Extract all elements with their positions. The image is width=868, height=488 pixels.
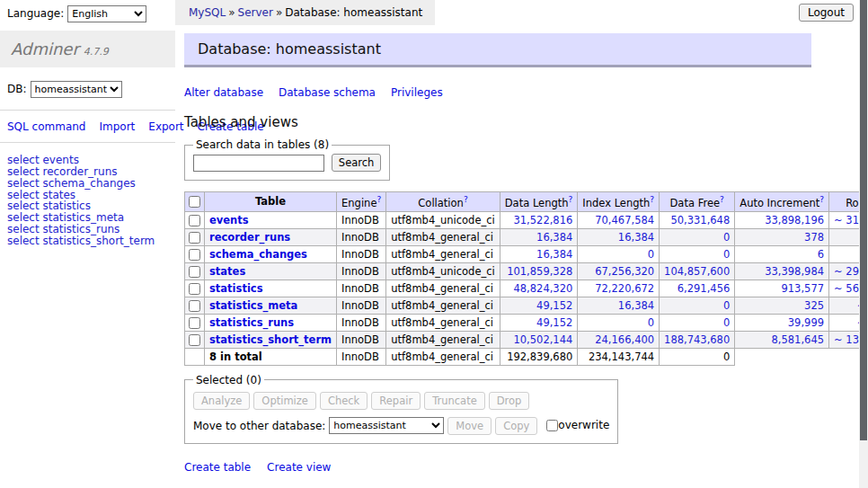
data_free-value-link[interactable]: 0 [723, 231, 730, 244]
analyze-button[interactable]: Analyze [193, 392, 250, 410]
index_length-value-link[interactable]: 67,256,320 [595, 265, 654, 278]
create-table-link[interactable]: Create table [184, 461, 251, 474]
data_free-value-link[interactable]: 0 [723, 299, 730, 312]
table-row: statistics_metaInnoDButf8mb4_general_ci4… [185, 297, 868, 314]
scrollbar-track[interactable] [859, 0, 868, 488]
language-select[interactable]: English [67, 5, 146, 22]
table-link-statistics-runs[interactable]: statistics_runs [209, 316, 294, 329]
move-button[interactable]: Move [447, 417, 492, 435]
row-checkbox-statistics-short-term[interactable] [189, 334, 200, 346]
breadcrumb-link-mysql[interactable]: MySQL [189, 6, 226, 19]
index_length-value-link[interactable]: 0 [648, 248, 654, 261]
db-select[interactable]: homeassistant [31, 81, 122, 98]
data_free-value-link[interactable]: 0 [723, 248, 730, 261]
auto_increment-value-link[interactable]: 6 [818, 248, 824, 261]
sidebar-link-sql-command[interactable]: SQL command [7, 120, 85, 133]
sidebar-action-links: SQL commandImportExportCreate table [0, 111, 175, 143]
col-data_free: 0 [660, 314, 735, 331]
row-checkbox-statistics-runs[interactable] [189, 317, 200, 329]
help-icon[interactable]: ? [650, 195, 654, 204]
search-input[interactable] [193, 155, 324, 172]
sidebar-item-statistics-runs[interactable]: select statistics_runs [7, 224, 168, 235]
privileges-link[interactable]: Privileges [391, 86, 443, 99]
auto_increment-value-link[interactable]: 378 [804, 231, 824, 244]
data_length-value-link[interactable]: 48,824,320 [513, 282, 572, 295]
table-link-statistics-meta[interactable]: statistics_meta [209, 299, 297, 312]
data_length-value-link[interactable]: 49,152 [536, 299, 572, 312]
auto_increment-value-link[interactable]: 33,898,196 [765, 214, 824, 226]
col-data_length: 16,384 [500, 245, 578, 262]
table-link-schema-changes[interactable]: schema_changes [209, 248, 307, 261]
row-checkbox-states[interactable] [189, 266, 200, 278]
database-schema-link[interactable]: Database schema [279, 86, 376, 99]
truncate-button[interactable]: Truncate [424, 392, 485, 410]
help-icon[interactable]: ? [376, 195, 381, 204]
row-checkbox-events[interactable] [189, 215, 200, 226]
sidebar-item-statistics-short-term[interactable]: select statistics_short_term [7, 235, 168, 247]
overwrite-checkbox[interactable] [546, 420, 558, 431]
copy-button[interactable]: Copy [495, 417, 537, 435]
data_length-value-link[interactable]: 16,384 [536, 231, 572, 244]
sidebar-item-schema-changes[interactable]: select schema_changes [7, 178, 168, 190]
data_length-value-link[interactable]: 49,152 [536, 316, 572, 329]
create-view-link[interactable]: Create view [267, 461, 331, 474]
index_length-value-link[interactable]: 72,220,672 [595, 282, 654, 295]
breadcrumb-link-server[interactable]: Server [238, 6, 273, 19]
sidebar-item-recorder-runs[interactable]: select recorder_runs [7, 166, 168, 178]
row-checkbox-statistics-meta[interactable] [189, 300, 200, 312]
data_length-value-link[interactable]: 16,384 [536, 248, 572, 261]
data_free-value-link[interactable]: 50,331,648 [670, 214, 730, 226]
help-icon[interactable]: ? [569, 195, 573, 204]
data_length-value-link[interactable]: 31,522,816 [513, 214, 572, 226]
col-collation: utf8mb4_general_ci [386, 297, 500, 314]
row-checkbox-statistics[interactable] [189, 283, 200, 295]
row-checkbox-cell [185, 279, 205, 297]
repair-button[interactable]: Repair [371, 392, 421, 410]
row-checkbox-cell [185, 314, 205, 331]
table-link-states[interactable]: states [209, 265, 245, 278]
row-checkbox-schema-changes[interactable] [189, 249, 200, 261]
data_free-value-link[interactable]: 0 [723, 316, 730, 329]
auto_increment-value-link[interactable]: 8,581,645 [772, 333, 825, 346]
column-header-table: Table [205, 192, 337, 212]
scrollbar-thumb[interactable] [860, 0, 867, 440]
help-icon[interactable]: ? [819, 195, 824, 204]
table-link-statistics-short-term[interactable]: statistics_short_term [209, 333, 332, 346]
search-button[interactable]: Search [332, 154, 382, 172]
col-table: schema_changes [205, 245, 337, 262]
auto_increment-value-link[interactable]: 33,398,984 [765, 265, 824, 278]
auto_increment-value-link[interactable]: 39,999 [788, 316, 824, 329]
table-link-recorder-runs[interactable]: recorder_runs [209, 231, 290, 244]
check-button[interactable]: Check [320, 392, 368, 410]
data_length-value-link[interactable]: 101,859,328 [507, 265, 572, 278]
row-checkbox-cell [185, 211, 205, 228]
col-data_free: 0 [660, 348, 735, 365]
breadcrumb-separator: » [228, 6, 235, 19]
select-all-checkbox[interactable] [189, 196, 200, 208]
help-icon[interactable]: ? [720, 195, 724, 204]
data_free-value-link[interactable]: 6,291,456 [678, 282, 731, 295]
drop-button[interactable]: Drop [489, 392, 530, 410]
table-link-statistics[interactable]: statistics [209, 282, 263, 295]
data_length-value-link[interactable]: 10,502,144 [513, 333, 572, 346]
col-engine: InnoDB [337, 228, 386, 245]
index_length-value-link[interactable]: 24,166,400 [595, 333, 654, 346]
data_free-value-link[interactable]: 188,743,680 [664, 333, 730, 346]
auto_increment-value-link[interactable]: 325 [804, 299, 824, 312]
table-link-events[interactable]: events [209, 214, 249, 226]
auto_increment-value-link[interactable]: 913,577 [781, 282, 824, 295]
help-icon[interactable]: ? [464, 195, 468, 204]
row-checkbox-recorder-runs[interactable] [189, 232, 200, 244]
index_length-value-link[interactable]: 0 [648, 316, 654, 329]
data_free-value-link[interactable]: 104,857,600 [664, 265, 730, 278]
sidebar-link-import[interactable]: Import [99, 120, 135, 133]
index_length-value-link[interactable]: 70,467,584 [595, 214, 654, 226]
index_length-value-link[interactable]: 16,384 [618, 231, 654, 244]
total-checkbox-cell [185, 348, 205, 365]
alter-database-link[interactable]: Alter database [184, 86, 263, 99]
index_length-value-link[interactable]: 16,384 [618, 299, 654, 312]
optimize-button[interactable]: Optimize [253, 392, 316, 410]
overwrite-label: overwrite [558, 419, 609, 431]
logout-button[interactable]: Logout [799, 4, 854, 22]
move-db-select[interactable]: homeassistant [329, 417, 444, 434]
